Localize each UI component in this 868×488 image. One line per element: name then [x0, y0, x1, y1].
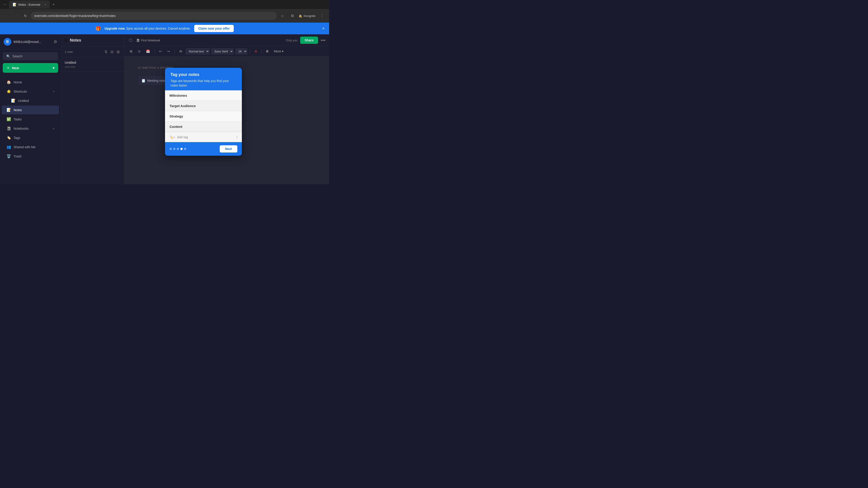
- template-card-meeting[interactable]: 🗒️ Meeting note: [138, 76, 169, 85]
- reload-button[interactable]: ↻: [22, 12, 29, 20]
- bookmark-button[interactable]: ☆: [279, 12, 286, 20]
- sidebar-item-home[interactable]: 🏠 Home: [2, 78, 59, 87]
- claim-offer-button[interactable]: Claim now your offer: [194, 25, 234, 32]
- sidebar-item-notes[interactable]: 📝 Notes: [2, 105, 59, 114]
- avatar: B: [4, 38, 11, 46]
- window-control-minimize[interactable]: ─: [2, 1, 8, 8]
- sidebar-item-shared[interactable]: 👥 Shared with Me: [2, 142, 59, 151]
- tag-row-strategy: Strategy: [165, 111, 242, 122]
- notes-count: 1 note: [65, 50, 102, 54]
- more-formatting-button[interactable]: More ▾: [272, 48, 285, 55]
- shared-icon: 👥: [6, 145, 11, 149]
- editor-toolbar: ⊞ ⊙ 📅 ↩ ↪ AI Normal text Sans Serif 16 A: [124, 46, 329, 57]
- note-icon: 📝: [11, 98, 16, 103]
- sort-button[interactable]: ⇅: [103, 49, 108, 55]
- tooltip-title: Tag your notes: [170, 72, 237, 77]
- check-button[interactable]: ⊙: [136, 48, 143, 55]
- tooltip-popup: Tag your notes Tags are keywords that he…: [165, 68, 242, 156]
- dot-1: [169, 148, 172, 150]
- sidebar-item-recent-untitled[interactable]: 📝 Untitled: [2, 96, 59, 105]
- tooltip-header: Tag your notes Tags are keywords that he…: [165, 68, 242, 90]
- tag-label: Milestones: [169, 94, 187, 97]
- color-button[interactable]: A: [253, 48, 258, 55]
- dot-4: [180, 148, 183, 150]
- add-tag-row[interactable]: 🏷️+ Add tag |: [165, 132, 242, 142]
- editor-area: ⬡ 📓 First Notebook Only you Share ••• ⊞ …: [124, 34, 329, 184]
- filter-button[interactable]: ⊟: [110, 49, 114, 55]
- sidebar-item-label: Home: [13, 80, 22, 84]
- new-tab-button[interactable]: +: [51, 1, 57, 8]
- gift-icon: 🎁: [95, 26, 101, 31]
- account-name: b93b1c4d@mood...: [13, 40, 51, 43]
- meeting-note-icon: 🗒️: [142, 79, 145, 83]
- sidebar-item-tags[interactable]: 🏷️ Tags: [2, 133, 59, 142]
- tag-label: Content: [169, 125, 182, 129]
- sidebar-item-trash[interactable]: 🗑️ Trash: [2, 152, 59, 161]
- back-button[interactable]: ←: [4, 12, 11, 20]
- forward-button[interactable]: →: [13, 12, 20, 20]
- share-button[interactable]: Share: [300, 37, 318, 44]
- tag-plus-icon: 🏷️+: [169, 135, 175, 139]
- tag-row-content: Content: [165, 122, 242, 132]
- notes-icon: 📝: [6, 108, 11, 112]
- new-note-button[interactable]: ＋ New ▾: [3, 63, 58, 73]
- address-bar-actions: ☆ ⧉ 🕵️ Incognito ⋮: [279, 12, 326, 20]
- dot-2: [173, 148, 176, 150]
- toolbar-divider-3: [250, 49, 250, 54]
- sidebar-item-label: Untitled: [18, 99, 29, 103]
- visibility-label: Only you: [286, 39, 298, 42]
- menu-button[interactable]: ⋮: [318, 12, 326, 20]
- sidebar-item-label: Trash: [13, 155, 22, 158]
- notebook-badge[interactable]: 📓 First Notebook: [136, 39, 160, 42]
- notes-list-panel: ☰ Notes 1 note ⇅ ⊟ ⊞ Untitled Just now: [61, 34, 124, 184]
- more-options-button[interactable]: •••: [321, 38, 326, 43]
- bold-button[interactable]: B: [265, 48, 270, 55]
- editor-topbar: ⬡ 📓 First Notebook Only you Share •••: [124, 34, 329, 46]
- content-area: B b93b1c4d@mood... ⚙ 🔍 Search ＋ New ▾ 🏠 …: [0, 34, 329, 184]
- settings-icon[interactable]: ⚙: [54, 39, 57, 44]
- tab-close-button[interactable]: ×: [44, 3, 46, 6]
- notebook-name: First Notebook: [141, 39, 160, 42]
- split-screen-button[interactable]: ⧉: [289, 12, 296, 20]
- redo-button[interactable]: ↪: [165, 48, 172, 55]
- text-style-select[interactable]: Normal text: [186, 48, 210, 55]
- editor-body[interactable]: or start from a template 🗒️ Meeting note…: [124, 57, 329, 184]
- sidebar-item-label: Notebooks: [13, 127, 29, 130]
- home-icon: 🏠: [6, 80, 11, 84]
- external-link-icon[interactable]: ⬡: [128, 37, 133, 43]
- note-list-item[interactable]: Untitled Just now: [61, 57, 124, 72]
- next-button[interactable]: Next: [220, 145, 237, 153]
- search-button[interactable]: 🔍 Search: [3, 52, 58, 60]
- calendar-button[interactable]: 📅: [144, 48, 152, 55]
- sidebar: B b93b1c4d@mood... ⚙ 🔍 Search ＋ New ▾ 🏠 …: [0, 34, 61, 184]
- banner-close-button[interactable]: ×: [322, 26, 324, 31]
- share-area: Only you Share •••: [286, 37, 326, 44]
- tag-label: Target Audience: [169, 104, 196, 108]
- sidebar-item-label: Notes: [13, 108, 22, 112]
- ai-button[interactable]: AI: [178, 48, 184, 55]
- font-size-select[interactable]: 16: [235, 48, 247, 55]
- sidebar-item-notebooks[interactable]: 📓 Notebooks ▸: [2, 124, 59, 133]
- note-item-date: Just now: [65, 65, 121, 68]
- format-options-button[interactable]: ⊞: [128, 48, 134, 55]
- sidebar-item-label: Tasks: [13, 118, 22, 121]
- search-icon: 🔍: [6, 55, 10, 58]
- sidebar-item-label: Shared with Me: [13, 145, 35, 149]
- meeting-note-label: Meeting note: [147, 79, 165, 83]
- tooltip-description: Tags are keywords that help you find you…: [170, 79, 237, 88]
- chevron-icon: ▾: [53, 90, 55, 93]
- cursor-indicator: |: [237, 135, 237, 139]
- sidebar-item-label: Shortcuts: [13, 90, 27, 93]
- font-select[interactable]: Sans Serif: [211, 48, 234, 55]
- sidebar-item-tasks[interactable]: ✅ Tasks: [2, 115, 59, 124]
- view-toggle-button[interactable]: ⊞: [116, 49, 121, 55]
- sidebar-nav: 🏠 Home ⭐ Shortcuts ▾ 📝 Untitled 📝 Notes: [0, 75, 61, 184]
- browser-tab-notes[interactable]: 📝 Notes - Evernote ×: [9, 0, 50, 8]
- toolbar-divider-4: [261, 49, 262, 54]
- notes-panel-icon: ☰: [65, 39, 68, 42]
- url-bar[interactable]: [31, 12, 277, 20]
- tab-bar: ─ 📝 Notes - Evernote × +: [0, 0, 329, 9]
- chevron-down-icon: ▾: [53, 66, 55, 70]
- sidebar-item-shortcuts[interactable]: ⭐ Shortcuts ▾: [2, 87, 59, 96]
- undo-button[interactable]: ↩: [157, 48, 164, 55]
